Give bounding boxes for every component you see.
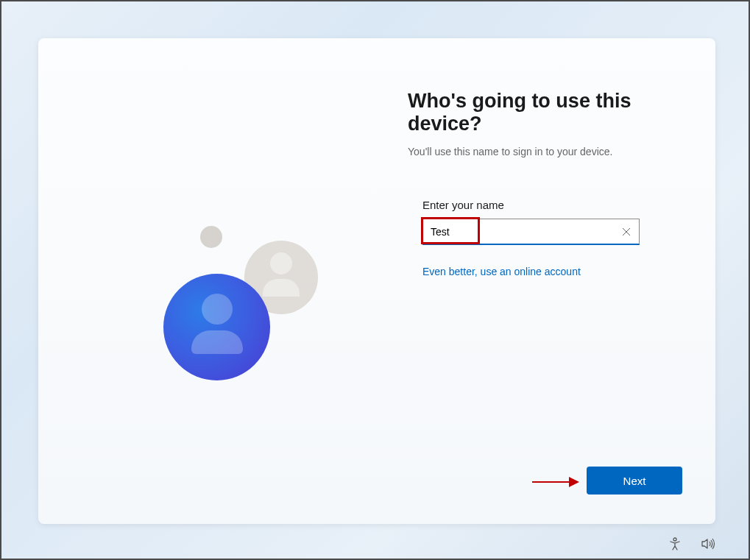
accessibility-icon: [668, 537, 682, 550]
close-icon: [622, 227, 631, 236]
next-button[interactable]: Next: [587, 467, 682, 495]
page-subtitle: You'll use this name to sign in to your …: [408, 146, 668, 157]
illustration-panel: [38, 38, 399, 524]
accessibility-button[interactable]: [668, 536, 682, 551]
volume-button[interactable]: [701, 536, 715, 551]
user-avatars-illustration: [127, 204, 318, 395]
clear-input-button[interactable]: [619, 224, 634, 239]
annotation-arrow: [532, 477, 579, 487]
avatar-dot-icon: [200, 226, 222, 248]
name-input-wrapper: [422, 219, 640, 245]
name-label: Enter your name: [422, 199, 668, 211]
volume-icon: [701, 537, 715, 550]
svg-point-0: [673, 538, 676, 541]
page-title: Who's going to use this device?: [408, 90, 668, 135]
avatar-primary-icon: [163, 274, 270, 380]
online-account-link[interactable]: Even better, use an online account: [422, 266, 581, 277]
setup-card: Who's going to use this device? You'll u…: [38, 38, 715, 524]
name-form-group: Enter your name Even better, use an onli…: [422, 199, 668, 278]
name-input[interactable]: [422, 219, 640, 245]
system-tray: [668, 536, 715, 551]
form-panel: Who's going to use this device? You'll u…: [399, 38, 715, 524]
